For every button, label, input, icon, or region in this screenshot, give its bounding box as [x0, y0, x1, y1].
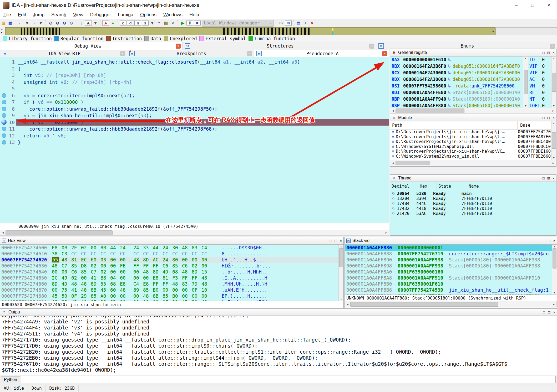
hex-byte[interactable]: 02: [71, 275, 81, 281]
hex-row[interactable]: 00007FF75427468045500F2985A0000000488B85…: [0, 293, 343, 299]
float-icon[interactable]: ⊡: [547, 176, 550, 180]
restore-icon[interactable]: □: [543, 176, 545, 180]
forward-history-dropdown-icon[interactable]: ▾: [38, 20, 44, 26]
menu-item-lumina[interactable]: Lumina: [114, 11, 137, 18]
hex-byte[interactable]: 10: [201, 287, 211, 293]
breakpoint-gutter[interactable]: [0, 132, 8, 139]
breakpoint-gutter[interactable]: [0, 106, 8, 112]
hex-byte[interactable]: 48: [81, 281, 91, 287]
hex-byte[interactable]: FF: [153, 263, 163, 269]
hex-byte[interactable]: B8: [100, 275, 110, 281]
code-line[interactable]: 8 core::option::unwrap_failed::hbb30daad…: [0, 106, 389, 112]
breakpoint-icon[interactable]: [2, 113, 6, 118]
hex-byte[interactable]: E8: [52, 245, 62, 251]
string-style-dropdown-icon[interactable]: ▾: [92, 20, 99, 26]
close-icon[interactable]: ×: [120, 51, 125, 56]
hex-byte[interactable]: 24: [163, 257, 172, 263]
restore-icon[interactable]: □: [330, 239, 332, 243]
hex-byte[interactable]: 00: [201, 293, 211, 299]
close-icon[interactable]: ×: [176, 44, 181, 49]
hex-byte[interactable]: D8: [81, 263, 91, 269]
search-binary-icon[interactable]: ⊙: [48, 20, 54, 26]
hex-byte[interactable]: 00: [143, 299, 153, 301]
hex-byte[interactable]: 00: [133, 299, 143, 301]
restore-icon[interactable]: □: [543, 116, 545, 120]
menu-item-help[interactable]: Help: [186, 11, 202, 18]
navband-scroll-arrow-icon[interactable]: ▸: [493, 29, 494, 33]
hex-byte[interactable]: 48: [133, 257, 143, 263]
hex-byte[interactable]: 00: [182, 257, 192, 263]
hex-byte[interactable]: C3: [62, 251, 71, 257]
float-icon[interactable]: ⊡: [547, 51, 550, 55]
hex-byte[interactable]: 00: [182, 293, 192, 299]
hex-byte[interactable]: 02: [81, 245, 91, 251]
modules-vscrollbar[interactable]: ▲▼: [551, 121, 556, 160]
hex-byte[interactable]: C7: [91, 269, 100, 275]
modules-list[interactable]: ▤D:\RustroverProjects\jin-xiu-shan-he\wp…: [390, 130, 556, 159]
hex-byte[interactable]: 85: [81, 269, 91, 275]
hex-byte[interactable]: FF: [182, 275, 192, 281]
hex-byte[interactable]: 00: [133, 269, 143, 275]
code-line[interactable]: 12 return v5 ^ v6;: [0, 132, 389, 139]
scroll-thumb[interactable]: [6, 230, 113, 235]
registers-vscrollbar[interactable]: ▲▼: [523, 56, 528, 108]
close-button[interactable]: ×: [541, 0, 557, 11]
thread-list-icon[interactable]: ▤: [295, 20, 302, 26]
hex-byte[interactable]: 00: [133, 275, 143, 281]
menu-item-edit[interactable]: Edit: [14, 11, 29, 18]
breakpoint-gutter[interactable]: [0, 79, 8, 86]
hex-byte[interactable]: 68: [172, 269, 182, 275]
hex-byte[interactable]: 48: [201, 275, 211, 281]
hex-byte[interactable]: 48: [143, 293, 153, 299]
hex-byte[interactable]: 00: [120, 293, 130, 299]
menu-item-file[interactable]: File: [0, 11, 14, 18]
hex-byte[interactable]: CC: [201, 251, 211, 257]
hex-byte[interactable]: 00: [91, 245, 100, 251]
code-line[interactable]: 11 core::option::unwrap_failed::hbb30daa…: [0, 126, 389, 132]
navigation-band[interactable]: ◂▸ ▸: [0, 27, 557, 35]
restore-icon[interactable]: □: [543, 310, 545, 314]
hex-byte[interactable]: 03: [100, 257, 110, 263]
flag-row[interactable]: ID0: [528, 56, 551, 63]
hex-byte[interactable]: C4: [133, 281, 143, 287]
hex-row[interactable]: 00007FF7542746608D4D48488D5568E8C4E8FFFF…: [0, 281, 343, 287]
patch-icon[interactable]: *: [156, 20, 162, 26]
hex-byte[interactable]: 02: [192, 263, 201, 269]
thread-row[interactable]: ⧉2142053ACReady7FFBE4F7D110: [390, 211, 556, 216]
make-string-dropdown-icon[interactable]: ▾: [149, 20, 155, 26]
code-line[interactable]: 6 v6 = core::str::iter::impl$0::next(a2)…: [0, 92, 389, 99]
threads-header[interactable]: DecimalHexStateName: [390, 182, 556, 191]
close-icon[interactable]: ×: [340, 239, 342, 243]
hex-byte[interactable]: 44: [110, 245, 120, 251]
hex-byte[interactable]: FF: [163, 281, 172, 287]
hex-byte[interactable]: E8: [120, 281, 130, 287]
hex-byte[interactable]: 00: [192, 257, 201, 263]
hex-byte[interactable]: 50: [62, 293, 71, 299]
jump-address-icon[interactable]: ↓: [78, 20, 84, 26]
thread-row[interactable]: ⧉17484444CReady7FFBE4F7D110: [390, 201, 556, 206]
hex-byte[interactable]: 30: [192, 299, 201, 301]
pause-process-icon[interactable]: ‖: [186, 20, 193, 26]
hex-byte[interactable]: 44: [153, 245, 163, 251]
module-row[interactable]: ▤D:\RustroverProjects\jin-xiu-shan-he\wp…: [390, 149, 556, 154]
hex-byte[interactable]: 00: [62, 269, 71, 275]
scroll-left-icon[interactable]: ◄: [345, 303, 350, 306]
close-icon[interactable]: ×: [553, 176, 555, 180]
hex-byte[interactable]: 38: [52, 251, 62, 257]
make-name-icon[interactable]: n: [134, 20, 141, 26]
hex-row[interactable]: 00007FF754274690488B45400F2885900000000F…: [0, 299, 343, 301]
thread-row[interactable]: ⧉174324418Ready7FFBE4F7D110: [390, 206, 556, 211]
hex-byte[interactable]: 85: [143, 287, 153, 293]
stack-row[interactable]: 0000001A0A4FF8A00001F63500000160: [345, 269, 557, 275]
hex-byte[interactable]: 8D: [153, 269, 163, 275]
hex-byte[interactable]: CC: [153, 251, 163, 257]
run-to-cursor-icon[interactable]: ↦: [278, 20, 284, 26]
tab-breakpoints[interactable]: ▤Breakpoints×: [127, 50, 255, 57]
hex-byte[interactable]: FF: [133, 263, 143, 269]
hex-byte[interactable]: 00: [110, 293, 120, 299]
hex-byte[interactable]: 48: [62, 257, 71, 263]
hex-byte[interactable]: 60: [91, 257, 100, 263]
hex-byte[interactable]: 75: [62, 287, 71, 293]
hex-byte[interactable]: 00: [81, 275, 91, 281]
menu-item-options[interactable]: Options: [137, 11, 160, 18]
